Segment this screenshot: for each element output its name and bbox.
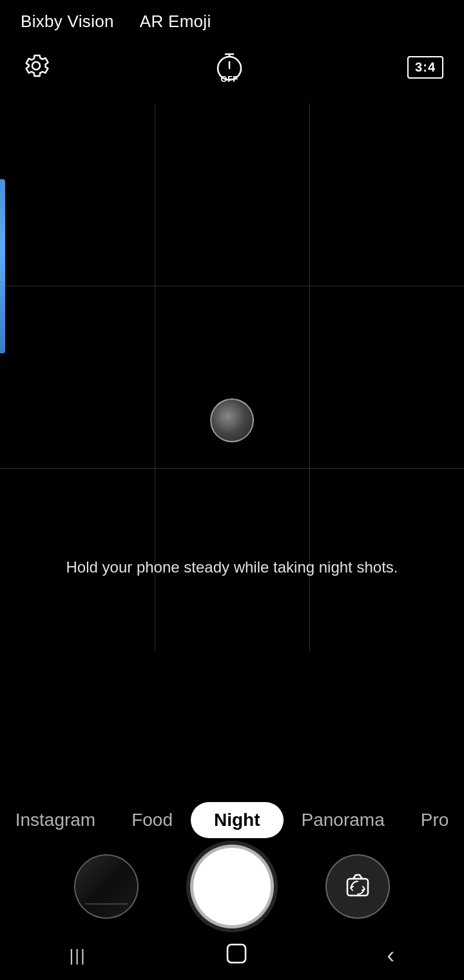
back-nav-button[interactable]: ‹ — [387, 942, 394, 969]
flip-camera-button[interactable] — [325, 854, 390, 919]
grid-hline-1 — [0, 286, 464, 286]
home-nav-button[interactable] — [225, 942, 248, 970]
timer-off-label: OFF — [220, 74, 238, 84]
aspect-ratio-button[interactable]: 3:4 — [407, 56, 443, 79]
nav-bar: ||| ‹ — [0, 935, 464, 980]
mode-food[interactable]: Food — [113, 803, 191, 837]
top-bar: Bixby Vision AR Emoji — [0, 0, 464, 38]
mode-panorama[interactable]: Panorama — [284, 803, 403, 837]
thumbnail-image — [75, 856, 137, 917]
bixby-vision-button[interactable]: Bixby Vision — [21, 12, 114, 32]
gallery-peek[interactable] — [0, 179, 5, 353]
shutter-button[interactable] — [190, 845, 274, 928]
ar-emoji-button[interactable]: AR Emoji — [140, 12, 211, 32]
night-mode-hint: Hold your phone steady while taking nigh… — [0, 556, 464, 578]
bottom-controls — [0, 845, 464, 928]
timer-button[interactable]: OFF — [211, 49, 247, 85]
mode-night[interactable]: Night — [191, 802, 284, 838]
focus-indicator — [210, 398, 254, 442]
gallery-thumbnail[interactable] — [74, 854, 139, 919]
mode-instagram[interactable]: Instagram — [0, 803, 113, 837]
grid-hline-2 — [0, 468, 464, 469]
recents-nav-button[interactable]: ||| — [70, 946, 86, 966]
icon-bar: OFF 3:4 — [0, 44, 464, 85]
mode-pro[interactable]: Pro — [403, 803, 464, 837]
mode-selector: Instagram Food Night Panorama Pro — [0, 796, 464, 845]
svg-rect-2 — [227, 945, 246, 963]
settings-button[interactable] — [21, 50, 52, 84]
